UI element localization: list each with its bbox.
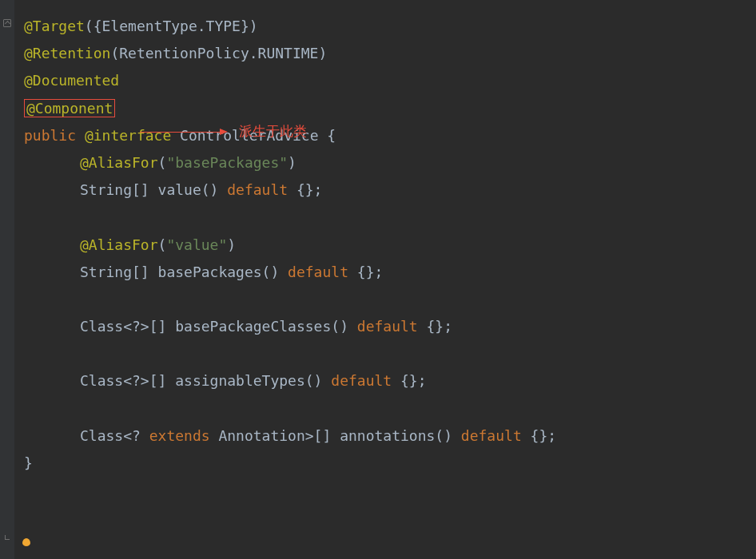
parens: () <box>305 372 332 389</box>
type: Class<?>[] <box>80 318 175 335</box>
keyword: default <box>357 318 418 335</box>
method-name: basePackages <box>158 264 262 280</box>
code-editor[interactable]: @Target({ElementType.TYPE}) @Retention(R… <box>24 13 556 477</box>
type: Class<?>[] <box>80 372 175 389</box>
paren: ( <box>158 236 167 253</box>
type: String[] <box>80 181 158 198</box>
keyword: default <box>227 181 288 198</box>
code-text: {}; <box>418 318 452 335</box>
method-name: basePackageClasses <box>175 318 331 335</box>
annotation-boxed: @Component <box>24 99 115 117</box>
arrow-head-icon <box>220 129 228 135</box>
brace-close: } <box>24 454 33 471</box>
code-text: {}; <box>392 372 426 389</box>
parens: () <box>435 427 461 444</box>
keyword: default <box>461 427 522 444</box>
annotation: @Documented <box>24 72 119 89</box>
annotation: @AliasFor <box>80 236 158 253</box>
annotation-arrow: 派生于此类 <box>140 119 307 145</box>
string-literal: "basePackages" <box>166 154 288 171</box>
method-name: assignableTypes <box>175 372 305 389</box>
region-end-icon[interactable] <box>5 535 10 540</box>
paren: ( <box>158 154 167 171</box>
annotation: @Retention <box>24 45 110 61</box>
method-name: value <box>158 181 201 198</box>
intention-bulb-icon[interactable] <box>22 538 30 546</box>
string-literal: "value" <box>166 236 227 253</box>
code-text: {}; <box>522 427 556 444</box>
type: Class<? <box>80 427 149 444</box>
parens: () <box>262 264 288 280</box>
paren: ) <box>288 154 296 171</box>
type: Annotation>[] <box>210 427 340 444</box>
keyword: extends <box>149 427 210 444</box>
type: String[] <box>80 264 158 280</box>
parens: () <box>201 181 228 198</box>
annotation: @Target <box>24 18 85 34</box>
code-text: ({ElementType.TYPE}) <box>85 18 258 34</box>
code-text: (RetentionPolicy.RUNTIME) <box>110 45 327 61</box>
annotation: @AliasFor <box>80 154 158 171</box>
arrow-line <box>140 132 220 133</box>
collapse-region-icon[interactable] <box>3 19 11 27</box>
editor-gutter <box>0 0 14 559</box>
method-name: annotations <box>340 427 435 444</box>
code-text: {}; <box>288 181 322 198</box>
annotation-label: 派生于此类 <box>239 119 307 145</box>
keyword: default <box>331 372 392 389</box>
keyword: public <box>24 127 76 144</box>
paren: ) <box>227 236 236 253</box>
keyword: default <box>288 264 348 280</box>
code-text: {}; <box>348 264 383 280</box>
parens: () <box>331 318 357 335</box>
